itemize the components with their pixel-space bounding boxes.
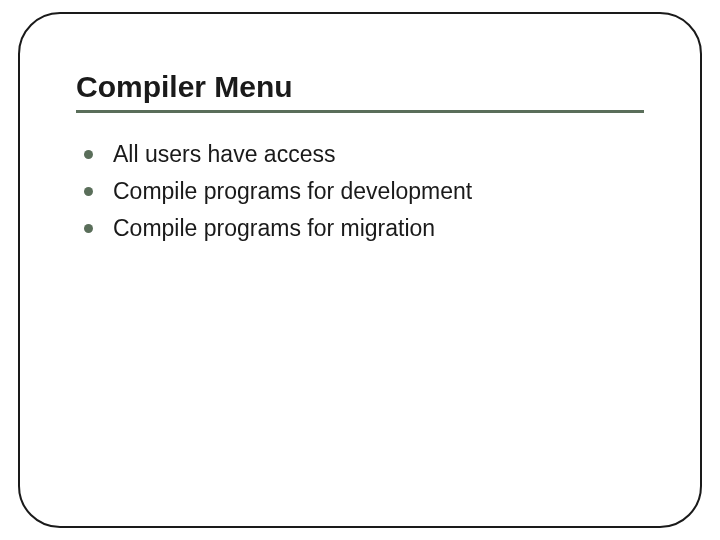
list-item: Compile programs for migration	[84, 213, 644, 244]
list-item: Compile programs for development	[84, 176, 644, 207]
bullet-text: Compile programs for migration	[113, 213, 435, 244]
title-underline	[76, 110, 644, 113]
slide-title: Compiler Menu	[76, 70, 644, 104]
list-item: All users have access	[84, 139, 644, 170]
bullet-icon	[84, 150, 93, 159]
slide-frame: Compiler Menu All users have access Comp…	[18, 12, 702, 528]
bullet-list: All users have access Compile programs f…	[76, 139, 644, 244]
bullet-icon	[84, 187, 93, 196]
bullet-icon	[84, 224, 93, 233]
slide-content: Compiler Menu All users have access Comp…	[20, 14, 700, 244]
bullet-text: Compile programs for development	[113, 176, 472, 207]
bullet-text: All users have access	[113, 139, 335, 170]
